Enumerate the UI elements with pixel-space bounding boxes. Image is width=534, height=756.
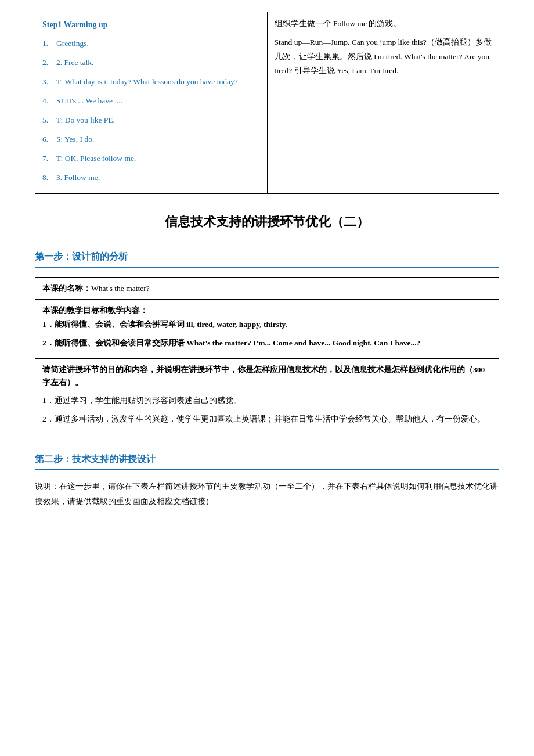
section2-description: 说明：在这一步里，请你在下表左栏简述讲授环节的主要教学活动（一至二个），并在下表… — [35, 479, 499, 509]
right-column: 组织学生做一个 Follow me 的游戏。 Stand up—Run—Jump… — [267, 12, 499, 194]
list-item: 8. 3. Follow me. — [42, 170, 260, 185]
list-item: 1. Greetings. — [42, 35, 260, 51]
list-text: 3. Follow me. — [56, 170, 100, 185]
task-label: 请简述讲授环节的目的和内容，并说明在讲授环节中，你是怎样应用信息技术的，以及信息… — [42, 363, 492, 388]
task-item1: 1．通过学习，学生能用贴切的形容词表述自己的感觉。 — [42, 393, 492, 408]
list-text: T: Do you like PE. — [56, 112, 115, 128]
list-text: Greetings. — [56, 35, 89, 51]
section1-title: 第一步：设计前的分析 — [35, 249, 499, 268]
list-num: 4. — [42, 93, 56, 109]
teaching-goal-label: 本课的教学目标和教学内容： — [42, 304, 492, 317]
list-text: S: Yes, I do. — [56, 131, 94, 147]
course-info-table: 本课的名称：What's the matter? 本课的教学目标和教学内容： 1… — [35, 277, 499, 435]
step-header: Step1 Warming up — [42, 17, 260, 33]
list-text: T: What day is it today? What lessons do… — [56, 74, 238, 89]
course-name-cell: 本课的名称：What's the matter? — [35, 277, 499, 300]
list-item: 5. T: Do you like PE. — [42, 112, 260, 128]
list-item: 2. 2. Free talk. — [42, 55, 260, 70]
warming-up-table: Step1 Warming up 1. Greetings. 2. 2. Fre… — [35, 12, 499, 194]
list-text: S1:It's ... We have .... — [56, 93, 122, 109]
course-name-row: 本课的名称：What's the matter? — [35, 277, 499, 300]
list-item: 6. S: Yes, I do. — [42, 131, 260, 147]
course-name-value: What's the matter? — [91, 284, 150, 293]
list-item: 7. T: OK. Please follow me. — [42, 150, 260, 166]
main-title: 信息技术支持的讲授环节优化（二） — [35, 211, 499, 232]
list-item: 4. S1:It's ... We have .... — [42, 93, 260, 109]
list-text: 2. Free talk. — [56, 55, 93, 70]
title-section: www.zixin.com.cn 信息技术支持的讲授环节优化（二） — [35, 211, 499, 232]
list-item: 3. T: What day is it today? What lessons… — [42, 74, 260, 89]
section2: 第二步：技术支持的讲授设计 说明：在这一步里，请你在下表左栏简述讲授环节的主要教… — [35, 452, 499, 509]
task-cell: 请简述讲授环节的目的和内容，并说明在讲授环节中，你是怎样应用信息技术的，以及信息… — [35, 359, 499, 435]
section2-title: 第二步：技术支持的讲授设计 — [35, 452, 499, 470]
list-num: 6. — [42, 131, 56, 147]
teaching-goal-item2: 2．能听得懂、会说和会读日常交际用语 What's the matter? I'… — [42, 336, 492, 351]
right-text2: Stand up—Run—Jump. Can you jump like thi… — [275, 35, 492, 78]
course-name-label: 本课的名称： — [42, 284, 91, 293]
teaching-goal-item1: 1．能听得懂、会说、会读和会拼写单词 ill, tired, water, ha… — [42, 317, 492, 332]
list-text: T: OK. Please follow me. — [56, 150, 136, 166]
list-num: 8. — [42, 170, 56, 185]
list-num: 3. — [42, 74, 56, 89]
teaching-goal-cell: 本课的教学目标和教学内容： 1．能听得懂、会说、会读和会拼写单词 ill, ti… — [35, 300, 499, 359]
teaching-goal-row: 本课的教学目标和教学内容： 1．能听得懂、会说、会读和会拼写单词 ill, ti… — [35, 300, 499, 359]
list-num: 7. — [42, 150, 56, 166]
right-text1: 组织学生做一个 Follow me 的游戏。 — [275, 17, 492, 31]
list-num: 2. — [42, 55, 56, 70]
left-column: Step1 Warming up 1. Greetings. 2. 2. Fre… — [35, 12, 268, 194]
list-num: 1. — [42, 35, 56, 51]
list-num: 5. — [42, 112, 56, 128]
task-item2: 2．通过多种活动，激发学生的兴趣，使学生更加喜欢上英语课；并能在日常生活中学会经… — [42, 412, 492, 427]
task-row: 请简述讲授环节的目的和内容，并说明在讲授环节中，你是怎样应用信息技术的，以及信息… — [35, 359, 499, 435]
section1: 第一步：设计前的分析 本课的名称：What's the matter? 本课的教… — [35, 249, 499, 435]
